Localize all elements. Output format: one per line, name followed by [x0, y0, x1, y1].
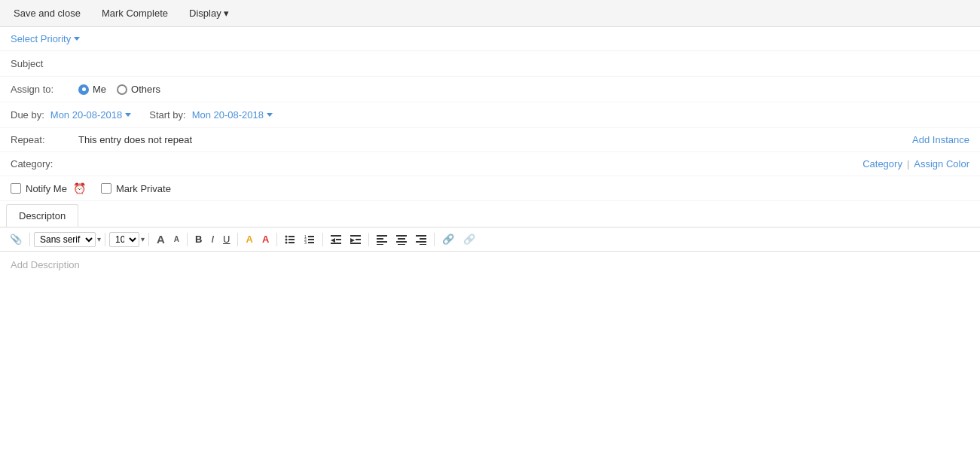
svg-rect-18	[356, 239, 361, 240]
display-button[interactable]: Display ▾	[185, 5, 234, 22]
text-color-button[interactable]: A	[258, 231, 273, 247]
start-date-button[interactable]: Mon 20-08-2018	[192, 109, 273, 121]
due-date-dropdown-icon	[125, 113, 131, 117]
svg-rect-30	[416, 241, 426, 243]
date-fields: Due by: Mon 20-08-2018 Start by: Mon 20-…	[11, 109, 273, 121]
description-tab-bar: Descripton	[0, 204, 980, 228]
rte-sep-5	[237, 233, 238, 246]
category-separator: |	[907, 158, 909, 170]
svg-rect-25	[398, 238, 405, 240]
display-dropdown-icon: ▾	[224, 8, 229, 19]
priority-dropdown-icon	[74, 37, 80, 41]
select-priority-button[interactable]: Select Priority	[11, 33, 80, 44]
notify-row: Notify Me ⏰ Mark Private	[0, 176, 980, 201]
align-left-button[interactable]	[373, 232, 391, 247]
svg-rect-5	[289, 242, 295, 243]
save-and-close-button[interactable]: Save and close	[9, 5, 85, 22]
underline-button[interactable]: U	[219, 231, 234, 247]
add-instance-button[interactable]: Add Instance	[912, 134, 969, 145]
notify-me-label: Notify Me	[26, 183, 67, 194]
italic-button[interactable]: I	[207, 231, 218, 247]
category-button[interactable]: Category	[862, 158, 902, 170]
outdent-button[interactable]	[327, 232, 345, 247]
indent-button[interactable]	[347, 232, 365, 247]
subject-label: Subject	[11, 58, 78, 69]
assign-me-label: Me	[93, 84, 106, 95]
svg-rect-28	[416, 235, 426, 237]
svg-rect-7	[308, 236, 314, 237]
repeat-value: This entry does not repeat	[78, 134, 969, 145]
align-right-button[interactable]	[412, 232, 430, 247]
notify-me-checkbox[interactable]	[11, 183, 21, 194]
svg-rect-19	[350, 243, 361, 244]
subject-input[interactable]	[78, 58, 969, 69]
shrink-text-button[interactable]: A	[170, 233, 183, 246]
svg-rect-20	[377, 235, 387, 237]
rte-sep-7	[322, 233, 323, 246]
svg-rect-27	[398, 244, 405, 245]
subject-row: Subject	[0, 51, 980, 77]
attach-button[interactable]: 📎	[6, 231, 26, 247]
svg-rect-1	[289, 236, 295, 237]
svg-text:3.: 3.	[304, 240, 307, 245]
due-start-row: Due by: Mon 20-08-2018 Start by: Mon 20-…	[0, 102, 980, 128]
assign-to-label: Assign to:	[11, 84, 78, 95]
assign-color-button[interactable]: Assign Color	[914, 158, 969, 170]
priority-label: Select Priority	[11, 33, 71, 44]
start-by-label: Start by:	[149, 109, 185, 121]
description-placeholder: Add Description	[11, 259, 80, 270]
due-date-value: Mon 20-08-2018	[50, 109, 122, 121]
svg-rect-21	[377, 238, 383, 240]
start-date-group: Start by: Mon 20-08-2018	[149, 109, 273, 121]
assign-to-row: Assign to: Me Others	[0, 77, 980, 102]
insert-link-button[interactable]: 🔗	[438, 231, 458, 247]
top-toolbar: Save and close Mark Complete Display ▾	[0, 0, 980, 27]
due-date-button[interactable]: Mon 20-08-2018	[50, 109, 131, 121]
rte-toolbar: 📎 Sans serif ▾ 10 ▾ A A B I U A A 1.2.3.	[0, 228, 980, 252]
assign-others-radio[interactable]	[117, 84, 127, 95]
svg-point-4	[285, 241, 288, 243]
mark-private-option[interactable]: Mark Private	[101, 183, 171, 194]
mark-complete-button[interactable]: Mark Complete	[97, 5, 172, 22]
description-tab[interactable]: Descripton	[6, 204, 78, 227]
highlight-button[interactable]: A	[242, 231, 256, 247]
assign-me-option[interactable]: Me	[78, 84, 106, 95]
svg-rect-16	[350, 235, 361, 237]
svg-marker-17	[350, 238, 355, 243]
mark-private-checkbox[interactable]	[101, 183, 111, 194]
mark-private-label: Mark Private	[116, 183, 171, 194]
rte-sep-9	[434, 233, 435, 246]
align-center-button[interactable]	[392, 232, 411, 247]
svg-rect-12	[331, 235, 341, 237]
assign-others-option[interactable]: Others	[117, 84, 160, 95]
svg-rect-29	[420, 238, 426, 240]
unordered-list-button[interactable]	[281, 232, 299, 247]
category-row: Category: Category | Assign Color	[0, 152, 980, 176]
font-size-select[interactable]: 10	[109, 232, 139, 247]
category-actions: Category | Assign Color	[862, 158, 969, 170]
display-label: Display	[189, 8, 221, 19]
svg-rect-14	[336, 239, 341, 240]
priority-row: Select Priority	[0, 27, 980, 51]
svg-rect-24	[396, 235, 407, 237]
notify-me-option[interactable]: Notify Me ⏰	[11, 182, 86, 194]
bold-button[interactable]: B	[191, 231, 206, 247]
rte-sep-2	[105, 233, 105, 246]
ordered-list-button[interactable]: 1.2.3.	[301, 232, 319, 247]
clock-icon: ⏰	[73, 182, 86, 194]
svg-marker-13	[331, 238, 335, 243]
font-family-select[interactable]: Sans serif	[34, 232, 96, 247]
assign-others-label: Others	[131, 84, 160, 95]
svg-rect-23	[377, 244, 383, 245]
rte-sep-4	[187, 233, 188, 246]
svg-rect-11	[308, 242, 314, 243]
rte-sep-6	[276, 233, 277, 246]
grow-text-button[interactable]: A	[153, 231, 169, 248]
description-area[interactable]: Add Description	[0, 252, 980, 417]
svg-point-0	[285, 235, 288, 237]
assign-me-radio[interactable]	[78, 84, 89, 95]
start-date-value: Mon 20-08-2018	[192, 109, 264, 121]
svg-rect-15	[331, 243, 341, 244]
font-family-arrow: ▾	[97, 235, 101, 243]
remove-link-button[interactable]: 🔗	[459, 231, 479, 247]
